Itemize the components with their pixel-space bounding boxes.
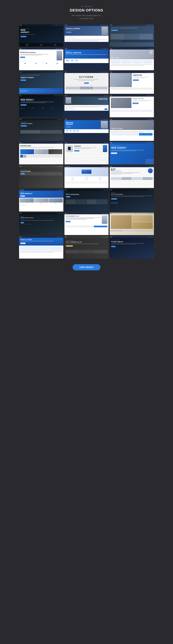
demo-card-architecture[interactable]: EZY Home Projects Architecture & Design … [110, 212, 154, 235]
header-title: DESIGN OPTIONS [70, 8, 103, 12]
demo-card-modern-company-left[interactable]: EZY Home Gallery Photography A Modern Co… [19, 118, 63, 141]
demo-card-web-agency[interactable]: EZY Home About Work Contact DIGITAL AGEN… [19, 24, 63, 47]
demo-card-awesome-creative[interactable]: EZY Home About Work Agency AWESOMECREATI… [64, 118, 109, 141]
demo-card-ezy-left[interactable]: EZY Home About Work The easiest way to s… [19, 71, 63, 94]
demo-card-web-agency-2[interactable]: EZY Home About Services WE ARE THE BEST … [19, 95, 63, 117]
demo-card-creative-mid[interactable]: EZY Home Work CREATIVE [64, 95, 109, 117]
demo-card-web-agency-blue[interactable]: EZY Home About Services Digital Agency W… [110, 142, 154, 164]
demo-card-pro-business[interactable]: EZY Home Business PRO BUSINESS PLAN Get … [64, 212, 109, 235]
demo-card-creative-company[interactable]: EZY Home About Portfolio Agency CREATIVE… [64, 24, 109, 47]
demo-card-digital-creative-2[interactable]: EZY Home About Work Agency DIGITAL CREAT… [64, 48, 109, 70]
demo-card-interior[interactable]: EZY Home Interior Design Modern Creative… [19, 212, 63, 235]
demo-card-showcase[interactable]: EZY Home Showcase SHOWCASE [19, 142, 63, 164]
demo-grid: EZY Home About Work Contact DIGITAL AGEN… [19, 24, 154, 258]
demo-card-salt-pepper[interactable]: EZY Menu Reserve Restaurant SALT & PEPPE… [64, 236, 109, 258]
header-badge: 10+ DEMOS [70, 6, 103, 7]
demo-card-mobile-app[interactable]: EZY Home Apps Contact Solutions Mobile A… [19, 48, 63, 70]
demo-card-shop[interactable]: EZY Shop Shop Cart Season NEW ARRIVALS S… [19, 189, 63, 212]
demo-card-dark-full[interactable]: EZY Home Gallery Photography Visual Port… [19, 166, 63, 188]
demo-card-portfolio[interactable]: EZY Home Work About The easiest way to s… [110, 24, 154, 47]
demo-card-ezytheme[interactable]: EZY Home Portfolio Contact EZYTHEME Expl… [64, 71, 109, 94]
card-logo: EZY [20, 25, 22, 26]
demo-card-placeholder[interactable]: EZY Home About Digital Agency Creative A… [110, 236, 154, 258]
demo-card-creative-right[interactable]: EZY Home Work Blog Agency Work CREATIVE … [110, 71, 154, 94]
demo-card-zappack[interactable]: EZY Shop About ZAPPACK Buy Now [64, 142, 109, 164]
demo-card-ezy-theme-2[interactable]: EZY Theme Products About Speed [64, 166, 109, 188]
header-description: We created many design options for any w… [70, 14, 103, 20]
view-demos-button[interactable]: VIEW DEMOS [73, 264, 100, 270]
demo-card-company-year[interactable]: EZY Home About Contact Company of the Ye… [110, 95, 154, 117]
demo-card-digital-creative-dark[interactable]: EZY Home Work EZY DIGITAL CREATIVE Digit… [110, 166, 154, 188]
demo-card-new-arrivals[interactable]: EZY Home Team Agency We Are Getting Read… [64, 189, 109, 212]
demo-card-digital-creative-3[interactable]: EZY Home About Digital Creative [110, 48, 154, 70]
demo-card-medical[interactable]: EZY Home Services MEDICAL CENTER Book No… [19, 236, 63, 258]
demo-card-modern-company-2[interactable]: EZY Home About A Modern Company View [110, 118, 154, 141]
section-header: 10+ DEMOS DESIGN OPTIONS We created many… [70, 6, 103, 20]
demo-card-getting-ready[interactable]: EZY Home About Business We Are Getting R… [110, 189, 154, 212]
